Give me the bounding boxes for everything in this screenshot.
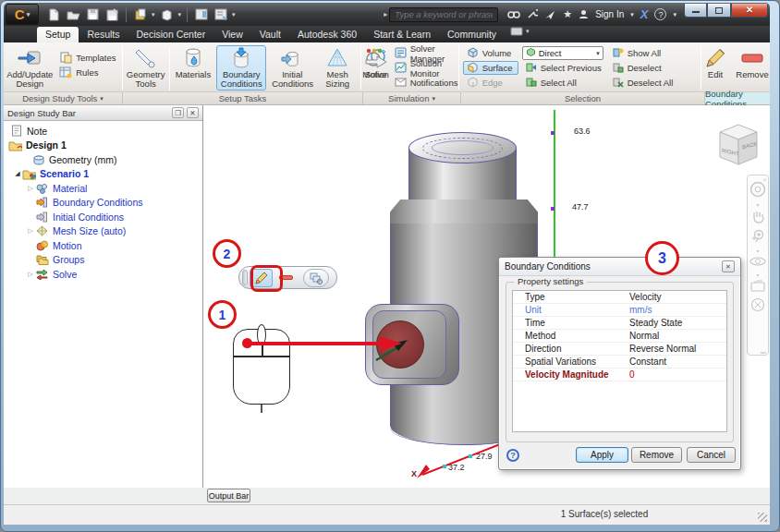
select-surface-button[interactable]: Surface bbox=[463, 61, 518, 75]
save-as-icon[interactable] bbox=[104, 6, 120, 22]
context-select-surfaces-button[interactable] bbox=[303, 269, 329, 287]
property-row-method[interactable]: Method Normal bbox=[513, 330, 726, 343]
property-value[interactable]: Reverse Normal bbox=[629, 344, 696, 354]
chevron-down-icon[interactable]: ▾ bbox=[152, 11, 155, 18]
property-row-velocity-magnitude[interactable]: Velocity Magnitude 0 bbox=[513, 369, 726, 381]
design-study-tools-group-label[interactable]: Design Study Tools ▾ bbox=[4, 92, 123, 104]
remove-boundary-condition-button[interactable]: Remove bbox=[735, 45, 770, 91]
new-design-icon[interactable] bbox=[132, 6, 148, 22]
design-study-bar-toggle-icon[interactable] bbox=[193, 6, 209, 22]
property-value[interactable]: Velocity bbox=[629, 292, 661, 302]
tab-decision-center[interactable]: Decision Center bbox=[128, 27, 213, 42]
panel-dock-button[interactable]: ❐ bbox=[172, 107, 184, 118]
property-value[interactable]: Steady State bbox=[629, 318, 682, 328]
sign-in-user-icon[interactable] bbox=[579, 6, 589, 23]
help-icon[interactable]: ? bbox=[654, 8, 666, 20]
sign-in-label[interactable]: Sign In bbox=[595, 9, 624, 19]
select-volume-button[interactable]: Volume bbox=[463, 46, 518, 60]
help-dropdown-icon[interactable]: ▾ bbox=[673, 11, 676, 18]
application-menu-button[interactable]: C ▾ bbox=[6, 4, 39, 25]
tree-item-motion[interactable]: Motion bbox=[4, 238, 202, 253]
tree-item-scenario-1[interactable]: ◢ Scenario 1 bbox=[4, 167, 202, 182]
selection-mode-dropdown[interactable]: Direct ▾ bbox=[522, 46, 603, 60]
new-file-icon[interactable] bbox=[46, 6, 62, 22]
tree-item-groups[interactable]: Groups bbox=[4, 253, 202, 268]
apply-button[interactable]: Apply bbox=[576, 447, 628, 463]
notifications-button[interactable]: Notifications bbox=[391, 76, 462, 90]
new-scenario-icon[interactable] bbox=[159, 6, 175, 22]
show-all-button[interactable]: Show All bbox=[609, 46, 677, 60]
tree-item-geometry[interactable]: Geometry (mm) bbox=[4, 152, 202, 167]
tree-item-mesh-size[interactable]: ▷ Mesh Size (auto) bbox=[4, 224, 202, 239]
remove-button[interactable]: Remove bbox=[631, 447, 682, 463]
dialog-close-button[interactable]: ✕ bbox=[722, 260, 735, 272]
center-icon[interactable] bbox=[750, 297, 765, 316]
communication-center-icon[interactable] bbox=[544, 6, 556, 23]
boundary-conditions-button[interactable]: Boundary Conditions bbox=[216, 45, 266, 91]
tree-item-design-1[interactable]: Design 1 bbox=[4, 139, 202, 153]
dialog-title-bar[interactable]: Boundary Conditions ✕ bbox=[499, 258, 740, 276]
tab-start-learn[interactable]: Start & Learn bbox=[365, 27, 439, 42]
close-button[interactable]: ✕ bbox=[731, 4, 768, 18]
navbar-dropdown-icon[interactable]: ▾ bbox=[756, 203, 759, 207]
dialog-help-button[interactable]: ? bbox=[506, 449, 519, 462]
viewport-3d[interactable]: 63.6 47.7 bbox=[204, 105, 770, 488]
chevron-down-icon[interactable]: ▾ bbox=[178, 11, 182, 18]
tree-item-note[interactable]: Note bbox=[4, 124, 202, 139]
expander-icon[interactable]: ▷ bbox=[26, 271, 35, 278]
expander-icon[interactable]: ◢ bbox=[13, 170, 22, 177]
tree-item-material[interactable]: ▷ Material bbox=[4, 181, 202, 196]
solve-button[interactable]: Solve bbox=[363, 45, 389, 91]
property-row-time[interactable]: Time Steady State bbox=[513, 317, 726, 330]
simulation-group-label[interactable]: Simulation ▾ bbox=[363, 92, 461, 104]
expander-icon[interactable]: ▷ bbox=[26, 227, 35, 235]
orbit-icon[interactable] bbox=[750, 255, 766, 272]
subscription-wrench-icon[interactable] bbox=[527, 6, 538, 23]
templates-button[interactable]: Templates bbox=[55, 51, 119, 65]
solution-monitor-button[interactable]: Solution Monitor bbox=[391, 61, 462, 75]
ribbon-display-dropdown-icon[interactable]: ▾ bbox=[526, 28, 530, 35]
navbar-dropdown-icon[interactable]: ▾ bbox=[756, 273, 759, 277]
materials-button[interactable]: Materials bbox=[172, 45, 215, 91]
property-row-type[interactable]: Type Velocity bbox=[513, 291, 726, 304]
search-input[interactable] bbox=[389, 7, 498, 22]
property-value[interactable]: Normal bbox=[629, 331, 659, 341]
deselect-button[interactable]: Deselect bbox=[609, 61, 677, 75]
look-at-icon[interactable] bbox=[750, 279, 765, 296]
navbar-dropdown-icon[interactable]: ▾ bbox=[756, 249, 759, 253]
initial-conditions-button[interactable]: Initial Conditions bbox=[268, 45, 316, 91]
rules-button[interactable]: Rules bbox=[55, 66, 119, 79]
resize-grip[interactable] bbox=[758, 513, 767, 522]
tab-community[interactable]: Community bbox=[439, 27, 505, 42]
ribbon-display-icon[interactable] bbox=[510, 23, 523, 40]
minimize-button[interactable] bbox=[684, 4, 707, 18]
pan-hand-icon[interactable] bbox=[750, 209, 765, 227]
property-value[interactable]: mm/s bbox=[629, 305, 652, 315]
tab-autodesk-360[interactable]: Autodesk 360 bbox=[289, 27, 365, 42]
steering-wheel-icon[interactable] bbox=[750, 181, 766, 201]
save-icon[interactable] bbox=[85, 6, 101, 22]
tab-results[interactable]: Results bbox=[79, 27, 128, 42]
tab-view[interactable]: View bbox=[213, 27, 251, 42]
property-row-unit[interactable]: Unit mm/s bbox=[513, 304, 726, 317]
sign-in-dropdown-icon[interactable]: ▾ bbox=[630, 11, 634, 18]
property-value[interactable]: Constant bbox=[629, 357, 666, 367]
expander-icon[interactable]: ▷ bbox=[26, 185, 35, 192]
deselect-all-button[interactable]: Deselect All bbox=[609, 76, 677, 90]
model-top-cap-face[interactable] bbox=[408, 132, 517, 163]
navbar-close-icon[interactable]: ✕ bbox=[762, 176, 767, 183]
search-binoculars-icon[interactable] bbox=[507, 6, 520, 23]
favorites-star-icon[interactable]: ★ bbox=[563, 8, 572, 20]
zoom-icon[interactable] bbox=[750, 229, 765, 248]
open-file-icon[interactable] bbox=[66, 6, 81, 22]
view-cube[interactable]: RIGHT BACK bbox=[714, 121, 762, 169]
customize-qat-icon[interactable]: ▾ bbox=[232, 11, 236, 18]
edit-boundary-condition-button[interactable]: Edit bbox=[701, 45, 729, 91]
panel-close-button[interactable]: ✕ bbox=[187, 107, 199, 118]
add-update-design-button[interactable]: Add/Update Design bbox=[6, 45, 54, 91]
property-row-spatial-variations[interactable]: Spatial Variations Constant bbox=[513, 356, 726, 369]
geometry-tools-button[interactable]: Geometry Tools bbox=[125, 45, 167, 91]
output-bar-button[interactable]: Output Bar bbox=[207, 489, 250, 502]
property-row-direction[interactable]: Direction Reverse Normal bbox=[513, 343, 726, 356]
tree-item-boundary-conditions[interactable]: Boundary Conditions bbox=[4, 196, 202, 211]
